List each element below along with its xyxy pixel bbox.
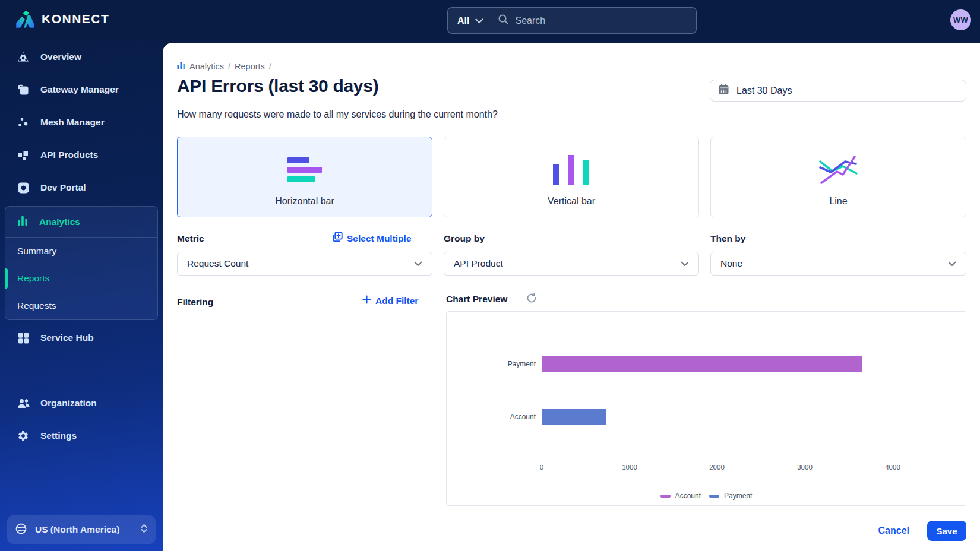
legend-label: Payment: [724, 492, 752, 500]
line-chart-icon: [819, 137, 858, 196]
breadcrumb-analytics[interactable]: Analytics: [189, 62, 224, 71]
chart-tick-mark: [717, 458, 717, 461]
globe-icon: [15, 523, 27, 537]
save-button[interactable]: Save: [927, 521, 966, 541]
breadcrumb-reports[interactable]: Reports: [235, 62, 265, 71]
gear-icon: [17, 430, 30, 442]
chart-tick-label: 1000: [612, 464, 647, 471]
chart-type-horizontal-bar[interactable]: Horizontal bar: [177, 137, 432, 217]
chart-tick-label: 3000: [787, 464, 823, 471]
then-by-select[interactable]: None: [710, 252, 966, 276]
sidebar-item-requests[interactable]: Requests: [5, 292, 157, 319]
chart-tick-label: 2000: [699, 464, 735, 471]
active-indicator: [5, 268, 8, 289]
metric-select[interactable]: Request Count: [177, 252, 432, 276]
calendar-icon: [718, 84, 729, 97]
sidebar-item-analytics[interactable]: Analytics: [5, 207, 157, 238]
overview-icon: [17, 52, 30, 62]
sidebar-item-organization[interactable]: Organization: [0, 390, 163, 416]
chart-tick-label: 4000: [875, 464, 911, 471]
chevron-down-icon: [414, 258, 422, 269]
then-by-value: None: [720, 258, 742, 269]
legend-swatch: [709, 495, 719, 498]
page-title: API Errors (last 30 days): [177, 76, 378, 96]
sidebar-divider: [0, 370, 163, 370]
legend-label: Account: [675, 492, 701, 500]
sidebar-item-label: API Products: [40, 150, 98, 160]
chart-tick-mark: [893, 458, 893, 461]
sidebar-item-overview[interactable]: Overview: [0, 44, 163, 70]
page-subtitle: How many requests were made to all my se…: [177, 109, 498, 120]
select-multiple-button[interactable]: Select Multiple: [331, 232, 412, 245]
chart-bar-payment: [542, 356, 862, 372]
sidebar-item-label: Analytics: [39, 217, 80, 227]
main-panel: Analytics / Reports / API Errors (last 3…: [163, 43, 980, 551]
card-label: Vertical bar: [548, 196, 595, 207]
filtering-label: Filtering: [177, 297, 213, 308]
chart-category-label: Payment: [447, 356, 536, 372]
select-multiple-icon: [331, 232, 343, 245]
sidebar-item-dev-portal[interactable]: Dev Portal: [0, 175, 163, 201]
group-by-select[interactable]: API Product: [444, 252, 699, 276]
chart-x-axis: [539, 461, 950, 461]
card-label: Horizontal bar: [275, 196, 334, 207]
sidebar-item-api-products[interactable]: API Products: [0, 142, 163, 168]
region-selector[interactable]: US (North America): [7, 515, 156, 544]
chart-tick-mark: [805, 458, 805, 461]
region-label: US (North America): [35, 524, 132, 535]
sidebar-item-summary[interactable]: Summary: [5, 238, 157, 265]
gateway-icon: [17, 84, 30, 96]
chart-preview-label: Chart Preview: [446, 294, 507, 305]
top-bar: KONNECT All Search ? WW: [0, 0, 980, 40]
mesh-icon: [17, 117, 30, 128]
sidebar-item-service-hub[interactable]: Service Hub: [0, 325, 163, 351]
search-input[interactable]: Search: [515, 15, 545, 26]
metric-value: Request Count: [187, 258, 248, 269]
konnect-logo-mark: [13, 8, 36, 30]
chart-type-line[interactable]: Line: [710, 137, 966, 217]
refresh-icon[interactable]: [526, 293, 537, 306]
sidebar: Overview Gateway Manager Mesh Manager AP…: [0, 0, 163, 551]
chart-tick-label: 0: [524, 464, 559, 471]
sidebar-item-settings[interactable]: Settings: [0, 423, 163, 449]
chart-preview-panel: AccountPayment PaymentAccount01000200030…: [446, 311, 966, 506]
stepper-icon: [141, 524, 147, 536]
konnect-logo[interactable]: KONNECT: [13, 8, 109, 30]
sidebar-item-label: Mesh Manager: [40, 117, 105, 128]
sidebar-item-reports[interactable]: Reports: [5, 265, 157, 292]
chart-tick-mark: [630, 458, 630, 461]
chart-legend: AccountPayment: [447, 492, 966, 500]
search-scope-select[interactable]: All: [457, 15, 469, 26]
sidebar-item-label: Service Hub: [40, 332, 94, 343]
date-range-picker[interactable]: Last 30 Days: [710, 80, 966, 102]
legend-item-account: Account: [660, 492, 701, 500]
horizontal-bar-icon: [287, 137, 322, 196]
breadcrumb-analytics-icon: [177, 62, 185, 71]
chevron-down-icon[interactable]: [475, 15, 483, 26]
global-search[interactable]: All Search: [447, 7, 697, 34]
plus-icon: [362, 295, 371, 306]
search-icon: [498, 14, 509, 27]
legend-item-payment: Payment: [709, 492, 752, 500]
sidebar-item-gateway-manager[interactable]: Gateway Manager: [0, 77, 163, 103]
logo-wordmark: KONNECT: [42, 12, 109, 26]
cancel-button[interactable]: Cancel: [878, 525, 909, 536]
sidebar-item-label: Organization: [40, 398, 97, 408]
add-filter-button[interactable]: Add Filter: [362, 295, 418, 306]
sidebar-item-mesh-manager[interactable]: Mesh Manager: [0, 109, 163, 135]
api-products-icon: [17, 150, 30, 160]
avatar[interactable]: WW: [950, 10, 971, 30]
footer-actions: Cancel Save: [878, 521, 966, 541]
card-label: Line: [829, 196, 847, 207]
group-by-value: API Product: [454, 258, 503, 269]
chevron-down-icon: [948, 258, 956, 269]
metric-label: Metric: [177, 233, 204, 244]
breadcrumb-separator: /: [228, 62, 230, 71]
chevron-down-icon: [681, 258, 689, 269]
breadcrumb: Analytics / Reports /: [177, 62, 271, 71]
sidebar-item-label: Dev Portal: [40, 182, 86, 193]
analytics-icon: [17, 216, 29, 228]
chart-type-vertical-bar[interactable]: Vertical bar: [444, 137, 699, 217]
breadcrumb-separator: /: [269, 62, 271, 71]
vertical-bar-icon: [553, 137, 590, 196]
